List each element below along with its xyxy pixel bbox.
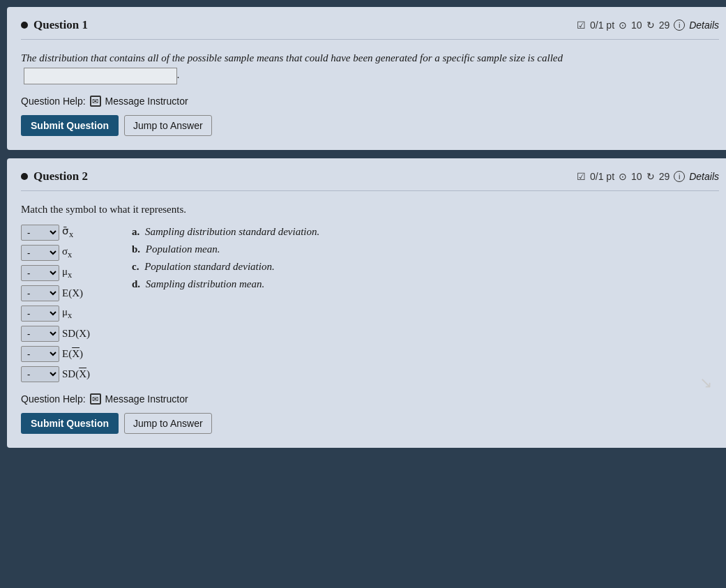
match-row-6: -abcd SD(X): [21, 326, 104, 342]
question1-jump-button[interactable]: Jump to Answer: [124, 115, 212, 136]
match-dropdown-8[interactable]: -abcd: [21, 366, 59, 382]
match-symbol-4: E(X): [62, 287, 104, 299]
info-icon2: i: [674, 171, 685, 182]
question1-bullet: [21, 22, 28, 29]
match-option-a: a. Sampling distribution standard deviat…: [132, 226, 319, 238]
match-dropdown-1[interactable]: -abcd: [21, 225, 59, 241]
match-symbol-1: σ̄x: [62, 225, 104, 240]
match-container: -abcd σ̄x -abcd σx -abcd μx: [21, 225, 719, 382]
match-option-d: d. Sampling distribution mean.: [132, 278, 319, 290]
details-link2[interactable]: Details: [689, 171, 719, 182]
question1-help: Question Help: ✉ Message Instructor: [21, 96, 719, 107]
match-symbol-5: μx: [62, 306, 104, 321]
refresh-icon2: ↻: [646, 171, 655, 182]
match-symbol-8: SD(X): [62, 368, 104, 380]
match-dropdown-2[interactable]: -abcd: [21, 245, 59, 261]
envelope-icon2: ✉: [90, 393, 101, 405]
envelope-icon: ✉: [90, 96, 101, 107]
question1-body: The distribution that contains all of th…: [21, 50, 719, 84]
cursor-arrow: ↘: [699, 374, 712, 392]
match-right-column: a. Sampling distribution standard deviat…: [132, 225, 319, 382]
question2-meta: ☑ 0/1 pt ⊙ 10 ↻ 29 i Details: [577, 171, 719, 182]
question2-submit-button[interactable]: Submit Question: [21, 413, 119, 434]
match-dropdown-4[interactable]: -abcd: [21, 285, 59, 301]
question1-blank-input: [24, 68, 177, 84]
match-symbol-6: SD(X): [62, 328, 104, 340]
match-row-8: -abcd SD(X): [21, 366, 104, 382]
question2-help: Question Help: ✉ Message Instructor: [21, 393, 719, 405]
match-row-4: -abcd E(X): [21, 285, 104, 301]
match-row-5: -abcd μx: [21, 306, 104, 322]
page-container: Question 1 ☑ 0/1 pt ⊙ 10 ↻ 29 i Details …: [7, 7, 726, 588]
question1-header: Question 1 ☑ 0/1 pt ⊙ 10 ↻ 29 i Details: [21, 18, 719, 40]
score-icon2: ☑: [577, 171, 586, 182]
match-row-1: -abcd σ̄x: [21, 225, 104, 241]
details-link[interactable]: Details: [689, 20, 719, 31]
question1-card: Question 1 ☑ 0/1 pt ⊙ 10 ↻ 29 i Details …: [7, 7, 726, 150]
match-dropdown-3[interactable]: -abcd: [21, 265, 59, 281]
match-symbol-7: E(X): [62, 348, 104, 360]
match-row-7: -abcd E(X): [21, 346, 104, 362]
question1-actions: Submit Question Jump to Answer: [21, 115, 719, 136]
match-row-2: -abcd σx: [21, 245, 104, 261]
question2-jump-button[interactable]: Jump to Answer: [124, 413, 212, 434]
question2-card: Question 2 ☑ 0/1 pt ⊙ 10 ↻ 29 i Details …: [7, 158, 726, 448]
clock-icon: ⊙: [619, 20, 627, 31]
question1-text-input[interactable]: [24, 69, 176, 84]
question1-meta: ☑ 0/1 pt ⊙ 10 ↻ 29 i Details: [577, 20, 719, 31]
score-icon: ☑: [577, 20, 586, 31]
match-option-c: c. Population standard deviation.: [132, 261, 319, 273]
question1-submit-button[interactable]: Submit Question: [21, 115, 119, 136]
refresh-icon: ↻: [646, 20, 655, 31]
question2-bullet: [21, 173, 28, 180]
match-option-b: b. Population mean.: [132, 243, 319, 255]
question2-actions: Submit Question Jump to Answer: [21, 413, 719, 434]
match-row-3: -abcd μx: [21, 265, 104, 281]
info-icon: i: [674, 20, 685, 31]
match-dropdown-7[interactable]: -abcd: [21, 346, 59, 362]
question2-title: Question 2: [21, 169, 88, 183]
question1-title: Question 1: [21, 18, 88, 32]
clock-icon2: ⊙: [619, 171, 627, 182]
question2-instruction: Match the symbol to what it represents.: [21, 201, 719, 218]
question2-header: Question 2 ☑ 0/1 pt ⊙ 10 ↻ 29 i Details: [21, 169, 719, 191]
match-left-column: -abcd σ̄x -abcd σx -abcd μx: [21, 225, 104, 382]
match-dropdown-5[interactable]: -abcd: [21, 306, 59, 322]
match-dropdown-6[interactable]: -abcd: [21, 326, 59, 342]
match-symbol-3: μx: [62, 266, 104, 280]
match-symbol-2: σx: [62, 246, 104, 260]
